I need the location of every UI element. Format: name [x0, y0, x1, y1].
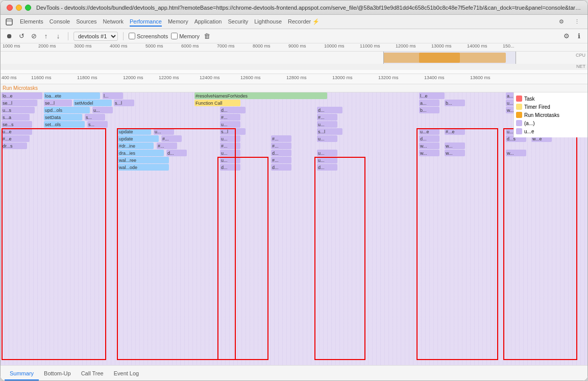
block-w-r9b[interactable]: w...	[445, 150, 465, 156]
nav-performance[interactable]: Performance	[130, 17, 162, 27]
block-d-r9[interactable]: d...	[166, 150, 187, 156]
block-upd-ols[interactable]: upd...ols	[44, 107, 90, 113]
record-button[interactable]: ⏺	[5, 32, 14, 41]
delete-icon[interactable]: 🗑	[203, 32, 212, 41]
block-u-r5a[interactable]: u...	[220, 121, 240, 128]
target-select[interactable]: devtools #1	[74, 32, 118, 41]
memory-checkbox[interactable]	[171, 33, 178, 39]
nav-lighthouse[interactable]: Lighthouse	[254, 17, 282, 27]
tab-event-log[interactable]: Event Log	[109, 367, 144, 380]
block-update-r6[interactable]: update	[118, 128, 151, 135]
block-w-r8[interactable]: w...	[419, 142, 439, 149]
block-u-r7c[interactable]: u...	[317, 135, 337, 142]
block-d-r3b[interactable]: d...	[317, 107, 342, 113]
tab-summary[interactable]: Summary	[5, 367, 39, 380]
tab-bottom-up[interactable]: Bottom-Up	[39, 367, 76, 380]
download-button[interactable]: ↓	[54, 32, 63, 41]
block-s-l-r2[interactable]: s...l	[114, 100, 134, 106]
nav-network[interactable]: Network	[103, 17, 124, 27]
block-s-r4[interactable]: s...	[85, 114, 105, 121]
block-se-s-r5[interactable]: se...s	[2, 121, 32, 128]
block-dr-ine[interactable]: #dr...ine	[118, 142, 154, 149]
block-d-r9b[interactable]: d...	[271, 150, 291, 156]
maximize-button[interactable]	[25, 5, 31, 11]
block-b-r3[interactable]: b...	[419, 107, 439, 113]
block-d-r11c[interactable]: d...	[317, 164, 337, 171]
block-setmodel[interactable]: setModel	[74, 100, 112, 106]
nav-recorder[interactable]: Recorder ⚡	[288, 17, 320, 27]
block-setdata[interactable]: setData	[44, 114, 82, 121]
screenshots-checkbox[interactable]	[129, 33, 135, 39]
block-u-r9a[interactable]: u...	[220, 150, 240, 156]
block-dra-ies[interactable]: dra...ies	[118, 150, 164, 156]
block-u-r10[interactable]: u...	[220, 157, 240, 163]
block-d-r7[interactable]: d...	[419, 135, 439, 142]
info-icon[interactable]: ℹ	[574, 32, 583, 41]
block-hash-r10[interactable]: #...	[271, 157, 291, 163]
flame-row-1: lo...e loa...ete l... #resolveNamesForNo…	[1, 92, 587, 100]
block-wal-ode[interactable]: wal...ode	[118, 164, 169, 171]
block-l[interactable]: l...	[103, 92, 123, 99]
nav-application[interactable]: Application	[194, 17, 222, 27]
block-hash-r8b[interactable]: #...	[220, 142, 240, 149]
block-u-r3[interactable]: u...	[92, 107, 113, 113]
block-l-e-r1[interactable]: l...e	[419, 92, 445, 99]
flame-content[interactable]: lo...e loa...ete l... #resolveNamesForNo…	[1, 92, 587, 365]
detail-tick-12600: 12600 ms	[240, 75, 261, 80]
nav-console[interactable]: Console	[50, 17, 70, 27]
block-sl-r6b[interactable]: s...l	[317, 128, 342, 135]
block-se-l-r2[interactable]: se...l	[2, 100, 37, 106]
block-d-r11b[interactable]: d...	[271, 164, 291, 171]
block-u-s-r3[interactable]: u...s	[2, 107, 35, 113]
block-u-e-r6b[interactable]: u...e	[419, 128, 439, 135]
close-button[interactable]	[7, 5, 13, 11]
block-hash-r7b[interactable]: #...	[271, 135, 291, 142]
block-w-r9[interactable]: w...	[419, 150, 439, 156]
block-hash-e-r7[interactable]: #...e	[2, 135, 30, 142]
block-hash-r4b[interactable]: #...	[317, 114, 337, 121]
block-set-ols[interactable]: set...ols	[44, 121, 85, 128]
block-wal-ree[interactable]: wal...ree	[118, 157, 169, 163]
block-s-a-r4[interactable]: s...a	[2, 114, 30, 121]
block-u-r7a[interactable]: u...	[220, 135, 240, 142]
clear-button[interactable]: ⊘	[29, 32, 38, 41]
settings-icon[interactable]: ⚙	[557, 17, 566, 27]
more-icon[interactable]: ⋮	[572, 17, 581, 27]
block-b-r2[interactable]: b...	[445, 100, 465, 106]
block-dr-s-r8[interactable]: dr...s	[2, 142, 27, 149]
nav-memory[interactable]: Memory	[168, 17, 188, 27]
block-u-r5b[interactable]: u...	[317, 121, 337, 128]
block-hash-r7[interactable]: #...	[161, 135, 182, 142]
block-hash-r4a[interactable]: #...	[220, 114, 240, 121]
block-function-call[interactable]: Function Call	[194, 100, 240, 106]
nav-security[interactable]: Security	[228, 17, 248, 27]
block-w-r9c[interactable]: w...	[506, 150, 526, 156]
block-u-e-r6[interactable]: u...e	[2, 128, 32, 135]
nav-elements[interactable]: Elements	[20, 17, 43, 27]
block-u-r10b[interactable]: u...	[317, 157, 337, 163]
minimize-button[interactable]	[16, 5, 22, 11]
block-hash-r8[interactable]: #...	[157, 142, 177, 149]
block-d-r3a[interactable]: d...	[220, 107, 246, 113]
block-se-l2[interactable]: se...l	[44, 100, 72, 106]
nav-sources[interactable]: Sources	[76, 17, 96, 27]
block-s-r5[interactable]: s...	[87, 121, 108, 128]
block-hash-e-r6c[interactable]: #...e	[445, 128, 465, 135]
devtools-icon[interactable]	[5, 17, 14, 27]
block-u-r9c[interactable]: u...	[317, 150, 337, 156]
block-resolve-names[interactable]: #resolveNamesForNodes	[194, 92, 327, 99]
tab-call-tree[interactable]: Call Tree	[76, 367, 109, 380]
block-loa-ete[interactable]: loa...ete	[44, 92, 100, 99]
block-a-r2[interactable]: a...	[419, 100, 439, 106]
block-d-r11a[interactable]: d...	[220, 164, 240, 171]
timeline-overview[interactable]: 1000 ms 2000 ms 3000 ms 4000 ms 5000 ms …	[1, 43, 587, 74]
upload-button[interactable]: ↑	[41, 32, 51, 41]
block-hash-r8c[interactable]: #...	[271, 142, 291, 149]
block-update-r7b[interactable]: update	[118, 135, 159, 142]
block-w-r8b[interactable]: w...	[445, 142, 465, 149]
block-u-r6[interactable]: u...	[154, 128, 174, 135]
refresh-button[interactable]: ↺	[17, 32, 26, 41]
settings-icon2[interactable]: ⚙	[562, 32, 571, 41]
block-lo-e[interactable]: lo...e	[2, 92, 42, 99]
block-sl-r6a[interactable]: s...l	[220, 128, 246, 135]
